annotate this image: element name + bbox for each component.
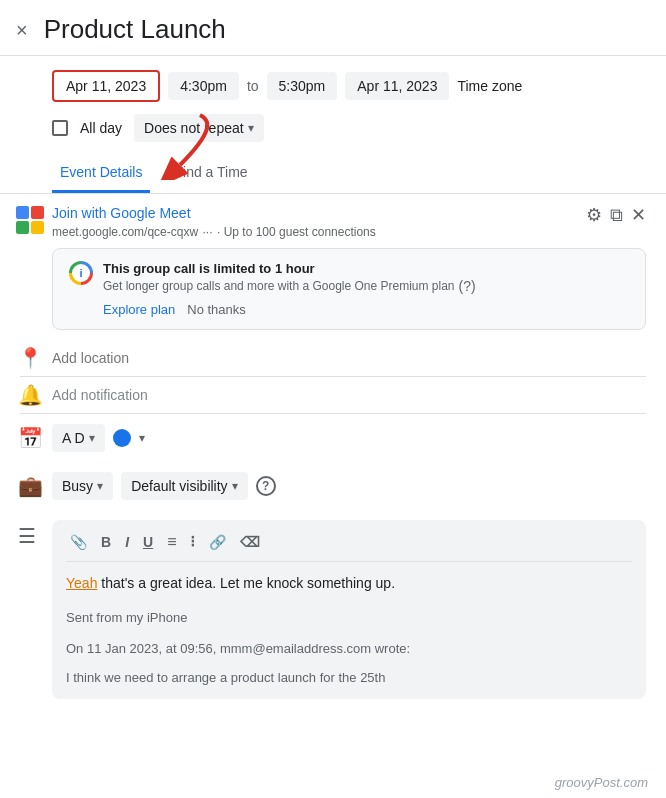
sent-from-iphone: Sent from my iPhone [66,608,632,629]
svg-rect-1 [31,206,44,219]
desc-quote: I think we need to arrange a product lau… [66,668,632,689]
end-time-button[interactable]: 5:30pm [267,72,338,100]
description-toolbar: 📎 B I U ≡ ⁝ 🔗 ⌫ [66,530,632,562]
visibility-label: Default visibility [131,478,227,494]
svg-rect-2 [16,221,29,234]
help-icon[interactable]: (?) [459,278,476,294]
visibility-help-icon[interactable]: ? [256,476,276,496]
meet-join-link[interactable]: Join with Google Meet [52,205,191,221]
explore-plan-link[interactable]: Explore plan [103,302,175,317]
desc-underline-word: Yeah [66,575,97,591]
underline-button[interactable]: U [139,532,157,552]
chevron-down-icon: ▾ [248,121,254,135]
start-time-button[interactable]: 4:30pm [168,72,239,100]
allday-row: All day Does not repeat ▾ [0,110,666,154]
modal-container: × Product Launch Apr 11, 2023 4:30pm to … [0,0,666,798]
ordered-list-button[interactable]: ≡ [163,531,180,553]
google-one-icon: i [69,261,93,285]
description-box[interactable]: 📎 B I U ≡ ⁝ 🔗 ⌫ Yeah that's a great idea… [52,520,646,699]
busy-label: Busy [62,478,93,494]
banner-text-block: This group call is limited to 1 hour Get… [103,261,476,294]
briefcase-icon: 💼 [18,474,43,498]
unordered-list-button[interactable]: ⁝ [186,530,199,553]
modal-header: × Product Launch [0,0,666,56]
repeat-button[interactable]: Does not repeat ▾ [134,114,264,142]
svg-rect-0 [16,206,29,219]
tab-find-time[interactable]: Find a Time [166,154,255,193]
meet-banner-header: i This group call is limited to 1 hour G… [69,261,629,294]
notification-section: 🔔 Add notification [0,377,666,413]
remove-meet-icon[interactable]: ✕ [631,204,646,226]
desc-secondary-text: Sent from my iPhone On 11 Jan 2023, at 0… [66,608,632,688]
tabs-row: Event Details Find a Time [0,154,666,194]
banner-title: This group call is limited to 1 hour [103,261,476,276]
attach-button[interactable]: 📎 [66,532,91,552]
allday-label: All day [80,120,122,136]
google-meet-icon [16,206,44,234]
tab-event-details[interactable]: Event Details [52,154,150,193]
to-label: to [247,78,259,94]
description-section: ☰ 📎 B I U ≡ ⁝ 🔗 ⌫ Yeah that's a great id… [0,510,666,709]
page-title: Product Launch [44,14,646,45]
chevron-down-icon-4: ▾ [97,479,103,493]
end-date-button[interactable]: Apr 11, 2023 [345,72,449,100]
settings-icon[interactable]: ⚙ [586,204,602,226]
notification-placeholder[interactable]: Add notification [52,387,148,403]
calendar-section: 📅 A D ▾ ▾ [0,414,666,462]
meet-capacity: · Up to 100 guest connections [217,225,376,239]
chevron-down-icon-5: ▾ [232,479,238,493]
calendar-owner-label: A D [62,430,85,446]
datetime-row: Apr 11, 2023 4:30pm to 5:30pm Apr 11, 20… [0,56,666,110]
description-text: Yeah that's a great idea. Let me knock s… [66,572,632,594]
svg-rect-3 [31,221,44,234]
location-section: 📍 [0,340,666,376]
repeat-label: Does not repeat [144,120,244,136]
chevron-down-icon-2: ▾ [89,431,95,445]
color-picker-dot[interactable] [113,429,131,447]
no-thanks-button[interactable]: No thanks [187,302,246,317]
description-icon: ☰ [18,524,36,548]
bell-icon: 🔔 [18,383,43,407]
copy-icon[interactable]: ⧉ [610,205,623,226]
start-date-button[interactable]: Apr 11, 2023 [52,70,160,102]
meet-actions: ⚙ ⧉ ✕ [586,204,646,226]
banner-subtitle: Get longer group calls and more with a G… [103,278,476,294]
meet-url: meet.google.com/qce-cqxw [52,225,198,239]
desc-body: that's a great idea. Let me knock someth… [97,575,395,591]
meet-url-suffix: ··· [203,225,213,239]
link-button[interactable]: 🔗 [205,532,230,552]
calendar-owner-button[interactable]: A D ▾ [52,424,105,452]
allday-checkbox[interactable] [52,120,68,136]
calendar-icon: 📅 [18,426,43,450]
meet-info: Join with Google Meet meet.google.com/qc… [52,204,578,240]
bold-button[interactable]: B [97,532,115,552]
close-icon[interactable]: × [16,20,28,40]
visibility-button[interactable]: Default visibility ▾ [121,472,247,500]
banner-links: Explore plan No thanks [103,302,629,317]
italic-button[interactable]: I [121,532,133,552]
location-input[interactable] [52,350,646,366]
status-section: 💼 Busy ▾ Default visibility ▾ ? [0,462,666,510]
busy-status-button[interactable]: Busy ▾ [52,472,113,500]
desc-on-line: On 11 Jan 2023, at 09:56, mmm@emailaddre… [66,639,632,660]
watermark: groovyPost.com [555,775,648,790]
remove-formatting-button[interactable]: ⌫ [236,532,264,552]
meet-section: Join with Google Meet meet.google.com/qc… [0,194,666,240]
location-icon: 📍 [18,346,43,370]
chevron-down-icon-3[interactable]: ▾ [139,431,145,445]
meet-banner: i This group call is limited to 1 hour G… [52,248,646,330]
timezone-button[interactable]: Time zone [457,78,522,94]
